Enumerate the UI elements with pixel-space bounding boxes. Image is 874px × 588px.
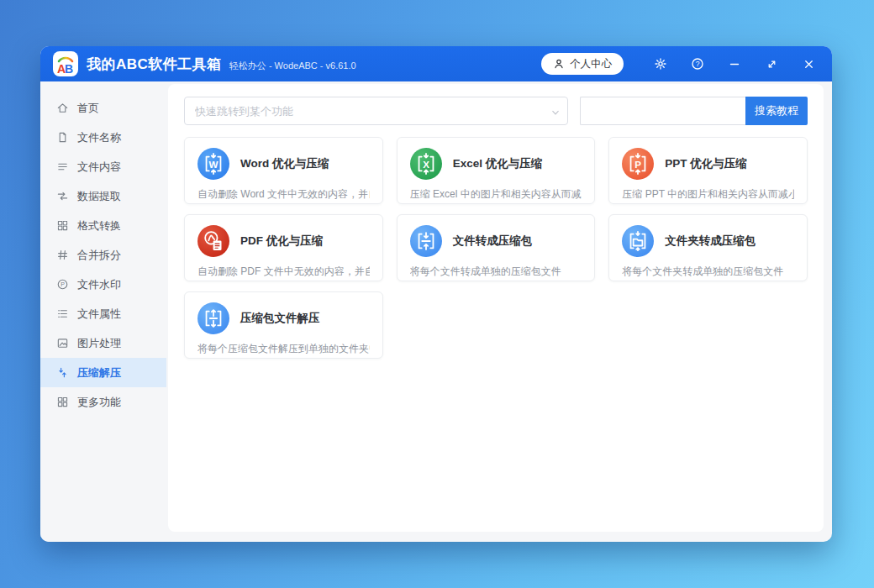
person-icon (553, 58, 565, 70)
sidebar: 首页 文件名称 文件内容 数据提取 格式转换 (40, 81, 166, 542)
tutorial-search-input[interactable] (580, 97, 745, 125)
card-ppt-compress[interactable]: P PPT 优化与压缩 压缩 PPT 中的图片和相关内容从而减小文件体积 (608, 137, 808, 204)
user-center-button[interactable]: 个人中心 (541, 53, 624, 75)
card-file-to-zip[interactable]: 文件转成压缩包 将每个文件转成单独的压缩包文件 (397, 214, 596, 281)
file-content-icon (56, 160, 69, 173)
card-excel-compress[interactable]: X Excel 优化与压缩 压缩 Excel 中的图片和相关内容从而减小文件体积 (397, 137, 596, 204)
close-button[interactable] (790, 46, 827, 81)
user-center-label: 个人中心 (570, 57, 612, 71)
help-icon: ? (691, 57, 704, 71)
maximize-icon (766, 58, 778, 71)
file-to-zip-icon (410, 225, 442, 257)
close-icon (803, 58, 815, 71)
search-tutorial-button[interactable]: 搜索教程 (745, 97, 808, 125)
sidebar-item-home[interactable]: 首页 (40, 93, 166, 123)
card-unzip[interactable]: 压缩包文件解压 将每个压缩包文件解压到单独的文件夹中 (184, 291, 383, 359)
app-logo-icon: A B (53, 51, 78, 76)
desktop-background: A B 我的ABC软件工具箱 轻松办公 - WodeABC - v6.61.0 … (0, 0, 874, 588)
main-content: 搜索教程 W Word 优化与压缩 自动删除 Word 文件中无效的内容，并自动… (166, 81, 832, 542)
card-pdf-compress[interactable]: PDF 优化与压缩 自动删除 PDF 文件中无效的内容，并自动压缩里面 (184, 214, 383, 281)
sidebar-item-format-convert[interactable]: 格式转换 (40, 211, 166, 240)
pdf-compress-icon (197, 225, 229, 257)
sidebar-item-watermark[interactable]: P 文件水印 (40, 270, 166, 299)
svg-text:P: P (61, 281, 65, 287)
file-props-icon (56, 307, 69, 320)
chevron-down-icon (550, 106, 561, 121)
excel-compress-icon: X (410, 148, 442, 180)
sidebar-item-file-content[interactable]: 文件内容 (40, 152, 166, 181)
minimize-icon (728, 57, 741, 71)
compress-icon (56, 366, 69, 379)
unzip-icon (197, 302, 229, 334)
sidebar-item-image-process[interactable]: 图片处理 (40, 328, 166, 358)
svg-text:?: ? (696, 60, 700, 68)
app-window: A B 我的ABC软件工具箱 轻松办公 - WodeABC - v6.61.0 … (40, 46, 832, 542)
svg-text:P: P (634, 159, 641, 170)
file-name-icon (56, 131, 69, 144)
word-compress-icon: W (197, 148, 229, 180)
maximize-button[interactable] (753, 46, 790, 81)
quick-jump-select[interactable] (184, 97, 568, 125)
image-process-icon (56, 337, 69, 349)
sidebar-item-compress[interactable]: 压缩解压 (40, 358, 166, 387)
title-bar[interactable]: A B 我的ABC软件工具箱 轻松办公 - WodeABC - v6.61.0 … (40, 46, 832, 81)
settings-button[interactable] (642, 46, 679, 81)
svg-text:W: W (209, 159, 218, 170)
card-folder-to-zip[interactable]: 文件夹转成压缩包 将每个文件夹转成单独的压缩包文件 (608, 214, 808, 281)
minimize-button[interactable] (716, 46, 753, 81)
gear-icon (654, 57, 667, 71)
logo-letter-b: B (65, 63, 73, 75)
merge-split-icon (56, 249, 69, 261)
feature-card-grid: W Word 优化与压缩 自动删除 Word 文件中无效的内容，并自动压缩里面 … (184, 137, 808, 359)
sidebar-item-file-props[interactable]: 文件属性 (40, 299, 166, 328)
tutorial-search: 搜索教程 (580, 97, 808, 125)
svg-text:X: X (423, 159, 429, 170)
toolbar: 搜索教程 (184, 97, 808, 125)
home-icon (56, 102, 69, 114)
content-panel: 搜索教程 W Word 优化与压缩 自动删除 Word 文件中无效的内容，并自动… (168, 84, 824, 532)
sidebar-item-data-extract[interactable]: 数据提取 (40, 181, 166, 211)
format-convert-icon (56, 219, 69, 232)
help-button[interactable]: ? (679, 46, 716, 81)
data-extract-icon (56, 190, 69, 202)
quick-jump-input[interactable] (184, 97, 568, 125)
window-subtitle: 轻松办公 - WodeABC - v6.61.0 (229, 60, 356, 72)
more-grid-icon (56, 396, 69, 408)
sidebar-item-file-name[interactable]: 文件名称 (40, 123, 166, 152)
sidebar-item-more-grid[interactable]: 更多功能 (40, 387, 166, 417)
card-word-compress[interactable]: W Word 优化与压缩 自动删除 Word 文件中无效的内容，并自动压缩里面 (184, 137, 383, 204)
watermark-icon: P (56, 278, 69, 291)
folder-to-zip-icon (622, 225, 654, 257)
window-title: 我的ABC软件工具箱 (87, 55, 222, 74)
ppt-compress-icon: P (622, 148, 654, 180)
sidebar-item-merge-split[interactable]: 合并拆分 (40, 240, 166, 270)
